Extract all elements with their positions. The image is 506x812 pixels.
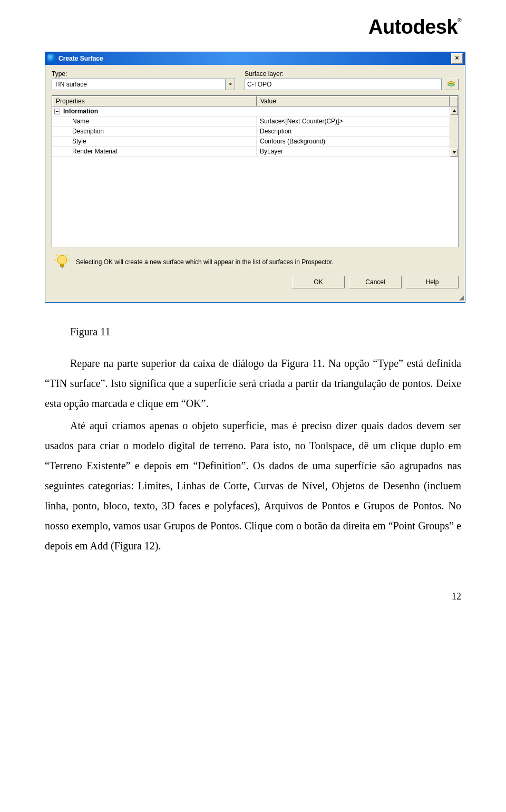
help-button[interactable]: Help bbox=[406, 276, 459, 288]
type-input[interactable] bbox=[52, 79, 225, 90]
create-surface-dialog: Create Surface × Type: Surface layer: bbox=[45, 52, 465, 303]
brand-header: Autodesk® bbox=[45, 16, 461, 38]
paragraph-1: Repare na parte superior da caixa de diá… bbox=[45, 353, 461, 413]
type-label: Type: bbox=[52, 70, 235, 78]
figure-caption: Figura 11 bbox=[45, 322, 461, 342]
lightbulb-icon bbox=[54, 254, 71, 270]
app-icon bbox=[47, 54, 56, 63]
autodesk-logo: Autodesk® bbox=[368, 16, 461, 38]
paragraph-2: Até aqui criamos apenas o objeto superfí… bbox=[45, 415, 461, 556]
hint-row: Selecting OK will create a new surface w… bbox=[52, 247, 459, 276]
type-combobox[interactable] bbox=[52, 79, 235, 90]
surface-layer-label: Surface layer: bbox=[245, 70, 459, 78]
scroll-down-icon[interactable] bbox=[450, 148, 458, 157]
hint-text: Selecting OK will create a new surface w… bbox=[76, 258, 334, 266]
surface-layer-input[interactable]: C-TOPO bbox=[245, 79, 442, 90]
grid-header: Properties Value bbox=[52, 96, 458, 107]
ok-button[interactable]: OK bbox=[292, 276, 345, 288]
close-button[interactable]: × bbox=[451, 53, 463, 64]
header-value[interactable]: Value bbox=[257, 96, 450, 107]
cancel-button[interactable]: Cancel bbox=[349, 276, 402, 288]
row-name[interactable]: Name Surface<[Next Counter(CP)]> bbox=[52, 117, 450, 127]
vertical-scrollbar[interactable] bbox=[450, 107, 458, 157]
dialog-title: Create Surface bbox=[59, 55, 451, 62]
layers-icon bbox=[446, 81, 456, 88]
row-description[interactable]: Description Description bbox=[52, 127, 450, 137]
chevron-down-icon[interactable] bbox=[225, 79, 235, 90]
group-information[interactable]: − Information bbox=[52, 107, 450, 117]
page-number: 12 bbox=[45, 587, 461, 605]
svg-point-0 bbox=[57, 255, 67, 265]
row-style[interactable]: Style Contours (Background) bbox=[52, 137, 450, 147]
properties-grid: Properties Value − Information Name Surf… bbox=[52, 95, 459, 247]
scroll-up-icon[interactable] bbox=[450, 107, 458, 115]
titlebar: Create Surface × bbox=[45, 52, 465, 65]
resize-grip-icon[interactable]: ◢ bbox=[45, 295, 465, 302]
collapse-icon[interactable]: − bbox=[54, 109, 60, 114]
header-properties[interactable]: Properties bbox=[52, 96, 257, 107]
layer-picker-button[interactable] bbox=[444, 79, 459, 90]
document-body: Figura 11 Repare na parte superior da ca… bbox=[45, 322, 461, 605]
row-render-material[interactable]: Render Material ByLayer bbox=[52, 147, 450, 157]
